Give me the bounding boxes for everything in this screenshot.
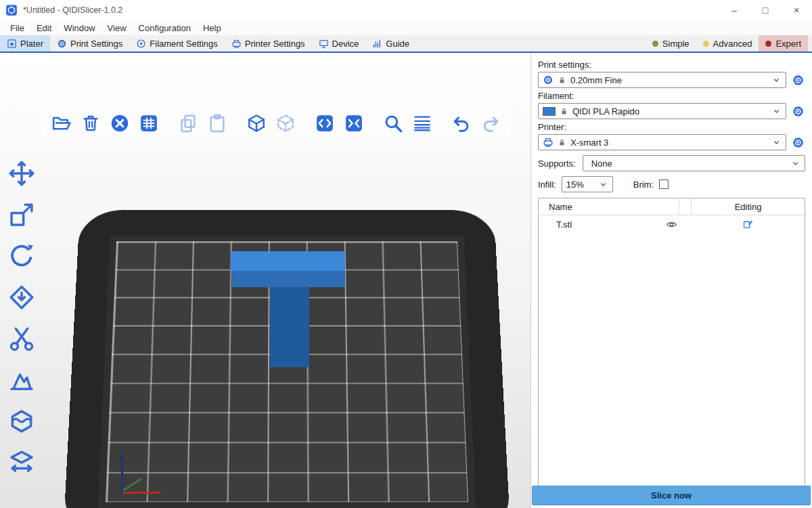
tab-filament-settings[interactable]: Filament Settings — [129, 35, 224, 51]
supports-combo[interactable]: None — [583, 155, 805, 171]
search-button[interactable] — [382, 112, 405, 135]
measure-tool[interactable] — [5, 447, 38, 478]
tab-plater[interactable]: Plater — [0, 35, 50, 51]
eye-icon[interactable] — [666, 219, 677, 230]
menu-file[interactable]: File — [4, 22, 30, 35]
menu-configuration[interactable]: Configuration — [133, 22, 197, 35]
paste-button[interactable] — [206, 112, 229, 135]
infill-combo[interactable]: 15% — [562, 176, 613, 192]
undo-button[interactable] — [450, 112, 473, 135]
gear-icon — [792, 105, 805, 118]
minimize-button[interactable]: – — [719, 0, 750, 20]
filament-label: Filament: — [538, 91, 805, 101]
paste-icon — [207, 113, 227, 133]
gear-icon — [792, 136, 805, 149]
app-window: *Untitled - QIDISlicer-1.0.2 – □ × File … — [0, 0, 812, 508]
open-project-button[interactable] — [50, 112, 73, 135]
mode-simple[interactable]: Simple — [646, 35, 696, 51]
split-objects-button[interactable] — [245, 112, 268, 135]
gear-icon — [57, 39, 67, 49]
expert-mode-dot-icon — [765, 41, 771, 47]
menu-edit[interactable]: Edit — [30, 22, 58, 35]
redo-arrow-icon — [480, 113, 501, 133]
app-logo-icon — [5, 4, 18, 16]
left-toolbar — [5, 158, 38, 478]
3d-viewport[interactable] — [0, 53, 531, 508]
copy-button[interactable] — [177, 112, 200, 135]
t-model-stem[interactable] — [270, 287, 309, 367]
delete-all-button[interactable] — [108, 112, 131, 135]
filament-color-swatch — [543, 107, 556, 116]
window-title: *Untitled - QIDISlicer-1.0.2 — [23, 5, 122, 15]
copy-icon — [178, 113, 198, 133]
undo-arrow-icon — [451, 113, 472, 133]
add-instance-icon — [315, 113, 335, 133]
menu-help[interactable]: Help — [197, 22, 227, 35]
place-on-face-tool[interactable] — [5, 282, 38, 313]
move-arrows-icon — [7, 159, 36, 188]
remove-instance-button[interactable] — [342, 112, 365, 135]
seam-cube-icon — [7, 407, 36, 436]
tab-print-settings[interactable]: Print Settings — [50, 35, 129, 51]
filament-combo[interactable]: QIDI PLA Rapido — [538, 103, 786, 119]
scale-tool[interactable] — [5, 199, 38, 230]
scissors-icon — [7, 324, 36, 353]
tab-guide[interactable]: Guide — [365, 35, 416, 51]
x-axis-indicator — [122, 492, 160, 494]
filament-gear-button[interactable] — [790, 104, 805, 119]
print-settings-gear-button[interactable] — [790, 72, 805, 87]
t-model-top-face[interactable] — [231, 251, 345, 271]
tab-printer-settings[interactable]: Printer Settings — [225, 35, 312, 51]
paint-support-tool[interactable] — [5, 364, 38, 396]
t-model-bar-front[interactable] — [232, 271, 345, 287]
arrange-button[interactable] — [137, 112, 160, 135]
slice-now-button[interactable]: Slice now — [532, 486, 811, 505]
variable-layer-height-button[interactable] — [411, 112, 434, 135]
titlebar: *Untitled - QIDISlicer-1.0.2 – □ × — [0, 0, 812, 20]
delete-button[interactable] — [79, 112, 102, 135]
simple-mode-dot-icon — [652, 41, 658, 47]
redo-button[interactable] — [479, 112, 502, 135]
layer-lines-icon — [412, 113, 432, 133]
printer-gear-button[interactable] — [790, 135, 805, 150]
rotate-icon — [7, 242, 36, 270]
arrange-grid-icon — [139, 113, 159, 133]
mode-selector: Simple Advanced Expert — [646, 35, 808, 51]
print-settings-combo[interactable]: 0.20mm Fine — [538, 72, 786, 88]
add-instance-button[interactable] — [313, 112, 336, 135]
measure-cube-icon — [7, 448, 36, 477]
infill-label: Infill: — [538, 179, 556, 190]
close-button[interactable]: × — [781, 0, 812, 20]
printer-value: X-smart 3 — [570, 137, 608, 148]
brim-checkbox[interactable] — [659, 179, 669, 189]
scale-icon — [7, 200, 36, 229]
printer-label: Printer: — [538, 122, 805, 132]
editing-icon[interactable] — [742, 219, 754, 230]
rotate-tool[interactable] — [5, 240, 38, 272]
flatten-diamond-icon — [7, 283, 36, 312]
maximize-button[interactable]: □ — [750, 0, 781, 20]
chevron-down-icon — [771, 137, 782, 148]
cut-tool[interactable] — [5, 323, 38, 354]
menubar: File Edit Window View Configuration Help — [0, 20, 812, 35]
cube-dashed-icon — [275, 113, 296, 133]
object-list-row[interactable]: T.stl — [539, 215, 805, 234]
visibility-column-header — [679, 198, 691, 215]
lock-icon — [558, 76, 566, 85]
menu-view[interactable]: View — [102, 22, 133, 35]
remove-instance-icon — [344, 113, 364, 133]
lock-icon — [560, 107, 568, 116]
printer-combo[interactable]: X-smart 3 — [538, 134, 786, 150]
menu-window[interactable]: Window — [58, 22, 101, 35]
tab-device[interactable]: Device — [312, 35, 366, 51]
print-settings-value: 0.20mm Fine — [570, 75, 622, 85]
infill-value: 15% — [566, 179, 584, 190]
mode-advanced[interactable]: Advanced — [696, 35, 759, 51]
mode-expert[interactable]: Expert — [759, 35, 808, 51]
seam-tool[interactable] — [5, 406, 38, 437]
move-tool[interactable] — [5, 158, 38, 189]
split-parts-button[interactable] — [274, 112, 297, 135]
trash-icon — [81, 113, 101, 133]
folder-open-icon — [51, 113, 72, 133]
filament-value: QIDI PLA Rapido — [572, 106, 639, 117]
